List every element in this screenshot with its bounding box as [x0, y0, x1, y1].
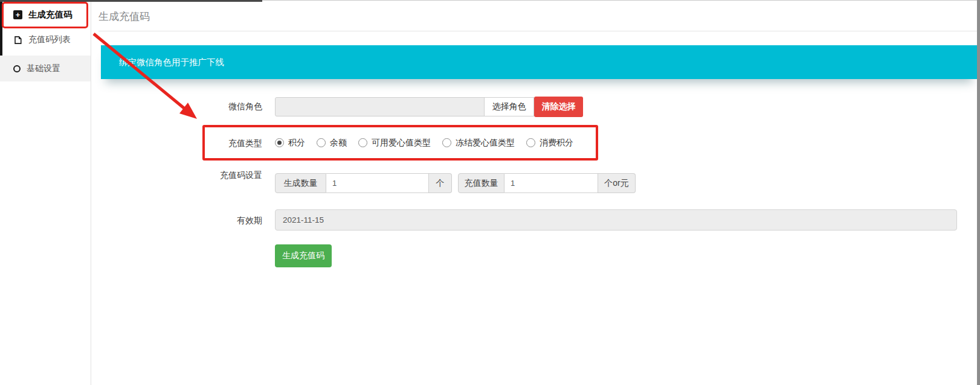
- generate-quantity-unit: 个: [429, 173, 452, 193]
- radio-label: 余额: [330, 138, 347, 148]
- validity-label: 有效期: [169, 215, 262, 226]
- generate-code-button[interactable]: 生成充值码: [275, 244, 332, 267]
- clear-selection-button[interactable]: 清除选择: [534, 97, 583, 117]
- radio-icon[interactable]: [358, 138, 367, 147]
- code-settings-label: 充值码设置: [169, 170, 262, 181]
- title-divider: [98, 31, 977, 31]
- wechat-role-input[interactable]: [275, 97, 485, 116]
- content-top-border: [262, 0, 980, 1]
- radio-icon[interactable]: [442, 138, 451, 147]
- recharge-type-label: 充值类型: [169, 138, 262, 149]
- window-right-border: [977, 0, 980, 385]
- recharge-quantity-unit: 个or元: [598, 173, 636, 193]
- sidebar-item-label: 充值码列表: [28, 34, 71, 45]
- radio-label: 冻结爱心值类型: [456, 138, 515, 148]
- recharge-type-options: 积分 余额 可用爱心值类型 冻结爱心值类型 消费积分: [275, 125, 573, 161]
- radio-icon[interactable]: [526, 138, 535, 147]
- plus-square-icon: +: [13, 10, 22, 19]
- sidebar-item-label: 生成充值码: [28, 9, 73, 21]
- radio-option-consume-points[interactable]: 消费积分: [526, 138, 573, 148]
- radio-selected-icon[interactable]: [275, 138, 284, 147]
- info-banner: 绑定微信角色用于推广下线: [101, 45, 977, 79]
- recharge-quantity-group: 充值数量 个or元: [458, 173, 636, 193]
- select-role-button[interactable]: 选择角色: [484, 97, 534, 116]
- radio-option-points[interactable]: 积分: [275, 138, 305, 148]
- radio-option-frozen-love-value[interactable]: 冻结爱心值类型: [442, 138, 515, 148]
- validity-date-input[interactable]: [275, 209, 957, 231]
- sidebar-item-label: 基础设置: [27, 63, 60, 74]
- sidebar-item-code-list[interactable]: 充值码列表: [2, 27, 91, 53]
- page-title: 生成充值码: [98, 10, 150, 24]
- generate-quantity-input[interactable]: [326, 173, 429, 193]
- radio-option-balance[interactable]: 余额: [317, 138, 347, 148]
- info-banner-text: 绑定微信角色用于推广下线: [119, 57, 224, 68]
- generate-quantity-group: 生成数量 个: [275, 173, 452, 193]
- sidebar-item-basic-settings[interactable]: 基础设置: [0, 56, 91, 81]
- radio-icon[interactable]: [317, 138, 326, 147]
- sidebar: + 生成充值码 充值码列表 基础设置: [0, 0, 91, 385]
- recharge-quantity-addon: 充值数量: [458, 173, 505, 193]
- radio-label: 可用爱心值类型: [372, 138, 431, 148]
- radio-label: 积分: [288, 138, 305, 148]
- wechat-role-label: 微信角色: [169, 101, 262, 112]
- recharge-quantity-input[interactable]: [505, 173, 598, 193]
- window-top-border: [0, 0, 262, 2]
- sidebar-item-generate-code[interactable]: + 生成充值码: [2, 1, 91, 28]
- circle-icon: [13, 65, 21, 72]
- copy-icon: [13, 36, 22, 45]
- radio-label: 消费积分: [540, 138, 573, 148]
- generate-quantity-addon: 生成数量: [275, 173, 326, 193]
- radio-option-available-love-value[interactable]: 可用爱心值类型: [358, 138, 431, 148]
